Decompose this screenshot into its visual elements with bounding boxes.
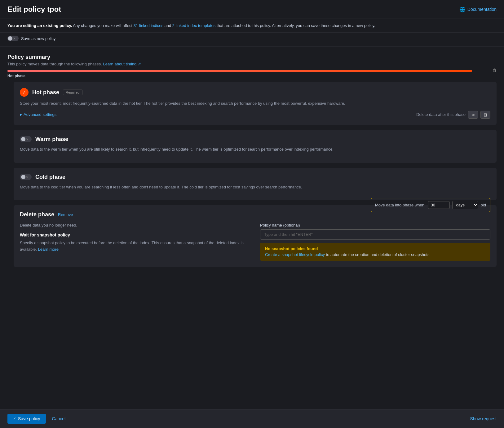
chevron-right-icon: ▶ [20,113,22,116]
policy-summary-section: Policy summary This policy moves data th… [7,46,497,70]
banner-middle: Any changes you make will affect [73,23,134,28]
cold-phase-title: Cold phase [35,174,65,180]
policy-summary-title: Policy summary [7,46,497,62]
documentation-link[interactable]: 🌐 Documentation [459,7,497,12]
warm-toggle-x-icon: ✕ [26,138,29,141]
delete-description: Delete data you no longer need. [20,223,250,227]
snapshot-warning-desc: Create a snapshot lifecycle policy to au… [265,252,485,257]
move-data-label: Move data into phase when: [375,203,426,207]
banner-prefix: You are editing an existing policy. [7,23,72,28]
warm-phase-toggle[interactable]: ✕ [20,136,32,142]
progress-bar-container: 🗑 [7,70,497,72]
hot-phase-delete-button[interactable]: 🗑 [480,111,490,119]
move-data-old-label: old [481,203,486,207]
delete-phase-inner: Delete data you no longer need. Wait for… [20,223,490,261]
create-snapshot-link[interactable]: Create a snapshot lifecycle policy [265,252,325,257]
warm-toggle-knob [21,137,25,141]
hot-phase-icon: ✓ [20,88,29,97]
hot-phase-title: Hot phase [32,89,59,96]
main-content: Policy summary This policy moves data th… [0,46,504,267]
cold-phase-header: ✕ Cold phase [20,174,490,180]
hot-phase-description: Store your most recent, most frequently-… [20,100,490,107]
doc-link-label: Documentation [467,7,497,12]
warm-phase-title: Warm phase [35,136,68,143]
progress-delete-icon[interactable]: 🗑 [492,68,497,73]
save-policy-button[interactable]: ✓ Save policy [7,414,46,424]
cold-phase-card: ✕ Cold phase Move data to the cold tier … [14,168,497,201]
globe-icon: 🌐 [459,7,466,12]
linked-templates-link[interactable]: 2 linked index templates [172,23,215,28]
policy-summary-subtitle: This policy moves data through the follo… [7,62,497,70]
wait-snapshot-title: Wait for snapshot policy [20,232,250,237]
cold-phase-toggle[interactable]: ✕ [20,174,32,180]
hot-phase-bar-label: Hot phase [7,74,25,78]
linked-indices-link[interactable]: 31 linked indices [134,23,163,28]
policy-name-label: Policy name (optional) [260,223,490,227]
snapshot-warning-suffix: to automate the creation and deletion of… [326,252,431,257]
banner-suffix: that are attached to this policy. Altern… [217,23,375,28]
wait-snapshot-desc: Specify a snapshot policy to be executed… [20,240,250,253]
cold-toggle-knob [21,175,25,179]
save-as-new-label: Save as new policy [21,36,55,41]
delete-phase-left: Delete data you no longer need. Wait for… [20,223,250,261]
page-title: Edit policy tpot [7,5,61,14]
banner-and: and [165,23,172,28]
delete-phase-card: Delete phase Remove Move data into phase… [14,205,497,267]
warm-phase-card: ✕ Warm phase Move data to the warm tier … [14,130,497,163]
bottom-spacer [0,272,504,293]
move-data-unit-select[interactable]: days hours minutes [452,201,478,209]
hot-phase-wrap: ✓ Hot phase Required Store your most rec… [14,82,497,125]
checkmark-icon: ✓ [13,417,16,421]
edit-warning-banner: You are editing an existing policy. Any … [0,19,504,33]
hot-phase-header: ✓ Hot phase Required [20,88,490,97]
save-as-new-row: ✕ Save as new policy [0,33,504,46]
toggle-x-icon: ✕ [13,37,15,40]
delete-phase-right: Policy name (optional) No snapshot polic… [260,223,490,261]
phases-area: ✓ Hot phase Required Store your most rec… [7,82,497,267]
toggle-knob [8,36,12,41]
delete-phase-title-row: Delete phase Remove [20,211,73,218]
no-snapshot-title: No snapshot policies found [265,246,485,251]
move-data-row: Move data into phase when: days hours mi… [371,198,490,212]
warm-phase-header: ✕ Warm phase [20,136,490,143]
learn-timing-link[interactable]: Learn about timing ↗ [103,62,141,66]
cold-toggle-x-icon: ✕ [26,175,29,179]
policy-name-input[interactable] [260,229,490,240]
show-request-link[interactable]: Show request [470,416,497,421]
save-as-new-toggle[interactable]: ✕ [7,36,19,41]
bottom-bar: ✓ Save policy Cancel Show request [0,409,504,428]
advanced-settings-toggle[interactable]: ▶ Advanced settings [20,112,56,117]
cold-phase-description: Move data to the cold tier when you are … [20,184,490,191]
warm-phase-description: Move data to the warm tier when you are … [20,146,490,153]
delete-phase-title: Delete phase [20,211,54,218]
top-bar: Edit policy tpot 🌐 Documentation [0,0,504,19]
cold-phase-wrap: ✕ Cold phase Move data to the cold tier … [14,168,497,201]
hot-phase-card: ✓ Hot phase Required Store your most rec… [14,82,497,125]
warm-phase-wrap: ✕ Warm phase Move data to the warm tier … [14,130,497,163]
infinity-button[interactable]: ∞ [468,111,478,119]
delete-phase-remove-link[interactable]: Remove [58,212,73,217]
delete-after-label: Delete data after this phase [416,112,466,117]
cancel-button[interactable]: Cancel [51,414,67,424]
delete-phase-wrap: Delete phase Remove Move data into phase… [14,205,497,267]
snapshot-warning-box: No snapshot policies found Create a snap… [260,243,490,261]
learn-more-link[interactable]: Learn more [38,247,59,252]
hot-phase-badge: Required [63,90,82,95]
phase-label-row: Hot phase [7,74,497,78]
progress-bar [7,70,472,72]
delete-phase-content: Delete data you no longer need. Wait for… [20,223,490,261]
bottom-bar-left: ✓ Save policy Cancel [7,414,67,424]
save-btn-label: Save policy [18,416,40,421]
move-data-value-input[interactable] [428,201,450,209]
delete-after-row: Delete data after this phase ∞ 🗑 [416,111,490,119]
